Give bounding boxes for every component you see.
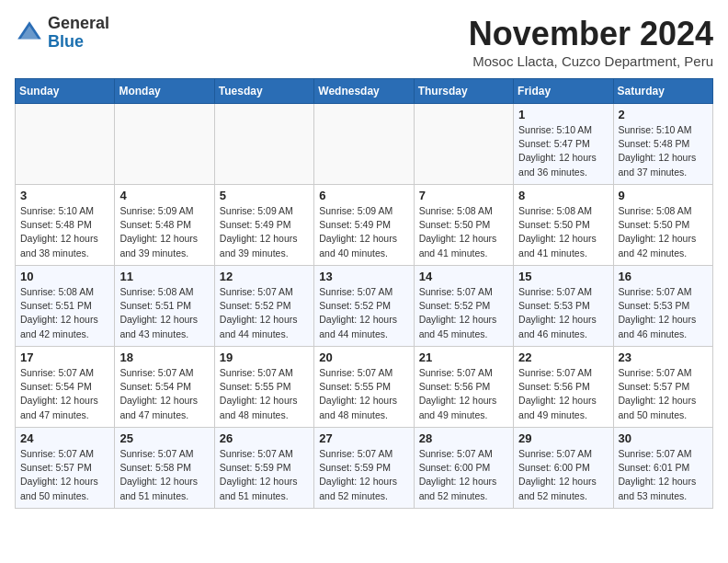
day-number: 8 [518,189,608,202]
day-number: 15 [518,270,608,283]
page-header: General Blue November 2024 Mosoc Llacta,… [15,15,713,69]
day-number: 17 [20,350,109,364]
calendar-cell: 13Sunrise: 5:07 AM Sunset: 5:52 PM Dayli… [314,266,414,347]
day-info: Sunrise: 5:10 AM Sunset: 5:48 PM Dayligh… [20,204,109,260]
calendar-cell: 14Sunrise: 5:07 AM Sunset: 5:52 PM Dayli… [414,266,513,347]
logo: General Blue [15,15,109,52]
day-info: Sunrise: 5:07 AM Sunset: 5:55 PM Dayligh… [220,366,309,422]
day-number: 6 [319,189,408,202]
day-number: 13 [319,270,408,283]
day-number: 12 [220,270,309,283]
weekday-header-monday: Monday [115,79,214,104]
day-number: 29 [518,431,608,445]
day-info: Sunrise: 5:07 AM Sunset: 5:59 PM Dayligh… [220,447,309,503]
day-number: 2 [619,108,708,121]
day-info: Sunrise: 5:08 AM Sunset: 5:51 PM Dayligh… [119,285,209,341]
day-info: Sunrise: 5:07 AM Sunset: 5:57 PM Dayligh… [20,447,109,503]
day-info: Sunrise: 5:07 AM Sunset: 5:56 PM Dayligh… [518,366,608,422]
calendar-cell: 21Sunrise: 5:07 AM Sunset: 5:56 PM Dayli… [414,347,513,428]
day-info: Sunrise: 5:08 AM Sunset: 5:50 PM Dayligh… [518,204,608,260]
day-number: 20 [319,350,408,364]
calendar-cell: 8Sunrise: 5:08 AM Sunset: 5:50 PM Daylig… [514,185,613,266]
day-info: Sunrise: 5:09 AM Sunset: 5:49 PM Dayligh… [319,204,408,260]
page-title: November 2024 [469,15,713,53]
calendar-cell: 9Sunrise: 5:08 AM Sunset: 5:50 PM Daylig… [613,185,712,266]
calendar-cell: 6Sunrise: 5:09 AM Sunset: 5:49 PM Daylig… [314,185,414,266]
day-info: Sunrise: 5:07 AM Sunset: 5:53 PM Dayligh… [619,285,708,341]
day-info: Sunrise: 5:07 AM Sunset: 6:00 PM Dayligh… [518,447,608,503]
day-info: Sunrise: 5:08 AM Sunset: 5:51 PM Dayligh… [20,285,109,341]
calendar-cell: 22Sunrise: 5:07 AM Sunset: 5:56 PM Dayli… [514,347,613,428]
day-info: Sunrise: 5:07 AM Sunset: 6:01 PM Dayligh… [619,447,708,503]
day-number: 30 [619,431,708,445]
calendar-cell: 4Sunrise: 5:09 AM Sunset: 5:48 PM Daylig… [115,185,214,266]
day-number: 27 [319,431,408,445]
day-info: Sunrise: 5:07 AM Sunset: 5:54 PM Dayligh… [119,366,209,422]
day-number: 3 [20,189,109,202]
day-number: 28 [419,431,508,445]
day-number: 14 [419,270,508,283]
day-info: Sunrise: 5:08 AM Sunset: 5:50 PM Dayligh… [419,204,508,260]
logo-text: General Blue [48,15,109,52]
calendar-week-row: 1Sunrise: 5:10 AM Sunset: 5:47 PM Daylig… [16,104,713,185]
calendar-table: SundayMondayTuesdayWednesdayThursdayFrid… [15,78,713,509]
day-info: Sunrise: 5:09 AM Sunset: 5:49 PM Dayligh… [220,204,309,260]
calendar-cell: 11Sunrise: 5:08 AM Sunset: 5:51 PM Dayli… [115,266,214,347]
calendar-cell: 24Sunrise: 5:07 AM Sunset: 5:57 PM Dayli… [16,428,115,509]
calendar-cell: 5Sunrise: 5:09 AM Sunset: 5:49 PM Daylig… [214,185,313,266]
calendar-cell: 30Sunrise: 5:07 AM Sunset: 6:01 PM Dayli… [613,428,712,509]
day-info: Sunrise: 5:07 AM Sunset: 5:52 PM Dayligh… [419,285,508,341]
calendar-cell [314,104,414,185]
calendar-cell: 15Sunrise: 5:07 AM Sunset: 5:53 PM Dayli… [514,266,613,347]
calendar-cell: 26Sunrise: 5:07 AM Sunset: 5:59 PM Dayli… [214,428,313,509]
day-info: Sunrise: 5:07 AM Sunset: 5:53 PM Dayligh… [518,285,608,341]
day-number: 24 [20,431,109,445]
calendar-cell: 28Sunrise: 5:07 AM Sunset: 6:00 PM Dayli… [414,428,513,509]
day-info: Sunrise: 5:07 AM Sunset: 5:52 PM Dayligh… [220,285,309,341]
day-number: 22 [518,350,608,364]
day-info: Sunrise: 5:07 AM Sunset: 5:54 PM Dayligh… [20,366,109,422]
calendar-cell: 18Sunrise: 5:07 AM Sunset: 5:54 PM Dayli… [115,347,214,428]
day-number: 23 [619,350,708,364]
day-number: 10 [20,270,109,283]
day-number: 9 [619,189,708,202]
calendar-week-row: 3Sunrise: 5:10 AM Sunset: 5:48 PM Daylig… [16,185,713,266]
day-number: 26 [220,431,309,445]
weekday-header-saturday: Saturday [613,79,712,104]
day-number: 1 [518,108,608,121]
weekday-header-tuesday: Tuesday [214,79,313,104]
calendar-cell: 1Sunrise: 5:10 AM Sunset: 5:47 PM Daylig… [514,104,613,185]
day-number: 19 [220,350,309,364]
weekday-header-thursday: Thursday [414,79,513,104]
calendar-cell: 25Sunrise: 5:07 AM Sunset: 5:58 PM Dayli… [115,428,214,509]
day-info: Sunrise: 5:07 AM Sunset: 5:59 PM Dayligh… [319,447,408,503]
day-number: 25 [119,431,209,445]
calendar-cell: 17Sunrise: 5:07 AM Sunset: 5:54 PM Dayli… [16,347,115,428]
day-number: 11 [119,270,209,283]
calendar-cell: 7Sunrise: 5:08 AM Sunset: 5:50 PM Daylig… [414,185,513,266]
weekday-header-wednesday: Wednesday [314,79,414,104]
calendar-cell: 27Sunrise: 5:07 AM Sunset: 5:59 PM Dayli… [314,428,414,509]
calendar-cell: 2Sunrise: 5:10 AM Sunset: 5:48 PM Daylig… [613,104,712,185]
weekday-header-row: SundayMondayTuesdayWednesdayThursdayFrid… [16,79,713,104]
day-info: Sunrise: 5:07 AM Sunset: 5:56 PM Dayligh… [419,366,508,422]
calendar-cell: 20Sunrise: 5:07 AM Sunset: 5:55 PM Dayli… [314,347,414,428]
page-subtitle: Mosoc Llacta, Cuzco Department, Peru [469,53,713,69]
day-info: Sunrise: 5:08 AM Sunset: 5:50 PM Dayligh… [619,204,708,260]
calendar-cell [115,104,214,185]
calendar-week-row: 24Sunrise: 5:07 AM Sunset: 5:57 PM Dayli… [16,428,713,509]
weekday-header-friday: Friday [514,79,613,104]
day-number: 18 [119,350,209,364]
calendar-cell [16,104,115,185]
weekday-header-sunday: Sunday [16,79,115,104]
calendar-cell: 12Sunrise: 5:07 AM Sunset: 5:52 PM Dayli… [214,266,313,347]
calendar-cell: 16Sunrise: 5:07 AM Sunset: 5:53 PM Dayli… [613,266,712,347]
calendar-cell: 23Sunrise: 5:07 AM Sunset: 5:57 PM Dayli… [613,347,712,428]
day-number: 21 [419,350,508,364]
day-info: Sunrise: 5:09 AM Sunset: 5:48 PM Dayligh… [119,204,209,260]
day-info: Sunrise: 5:07 AM Sunset: 5:57 PM Dayligh… [619,366,708,422]
calendar-body: 1Sunrise: 5:10 AM Sunset: 5:47 PM Daylig… [16,104,713,509]
calendar-cell [414,104,513,185]
calendar-cell: 29Sunrise: 5:07 AM Sunset: 6:00 PM Dayli… [514,428,613,509]
calendar-header: SundayMondayTuesdayWednesdayThursdayFrid… [16,79,713,104]
